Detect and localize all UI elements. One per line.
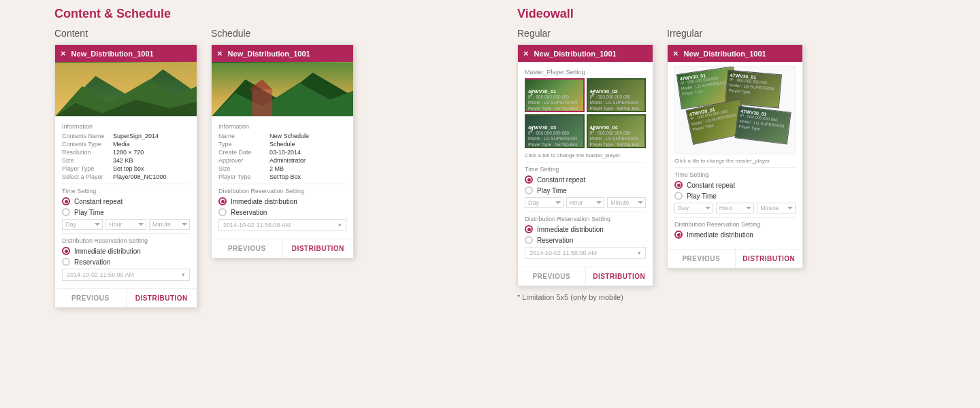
irregular-radio-constant[interactable]: Constant repeat: [674, 181, 796, 189]
regular-date-field[interactable]: 2014-10-02 11:56:00 AM ▾: [525, 247, 646, 259]
scattered-tile-4[interactable]: 47WV30_01 IP : 000.000.000.000Model : LG…: [734, 105, 791, 144]
info-player-type-schedule: Player Type SetTop Box: [218, 173, 346, 180]
player-tile-4-content: 4 47WV30_04 IP : 000.000.000.000Model : …: [590, 124, 643, 148]
irregular-radio-immediate-icon[interactable]: [674, 231, 683, 239]
schedule-modal-header: × New_Distribution_1001: [212, 45, 353, 62]
irregular-radio-immediate[interactable]: Immediate distribution: [674, 231, 796, 239]
irregular-radio-playtime[interactable]: Play Time: [674, 192, 796, 200]
regular-modal-title: New_Distribution_1001: [534, 50, 617, 58]
regular-radio-immediate-icon[interactable]: [525, 225, 533, 233]
regular-label: Regular: [517, 28, 653, 39]
info-name: Name New Schedule: [218, 133, 346, 139]
content-schedule-panels: Content × New_Distribution_1001: [54, 28, 490, 308]
irregular-day-select[interactable]: Day: [674, 203, 713, 214]
radio-playtime-icon[interactable]: [62, 208, 70, 216]
player-tile-3[interactable]: 3 47WV30_03 IP : 000.000.000.000Model : …: [525, 114, 585, 148]
irregular-hour-select[interactable]: Hour: [716, 203, 755, 214]
content-radio-immediate[interactable]: Immediate distribution: [62, 247, 190, 255]
regular-minute-select[interactable]: Minute: [607, 197, 646, 208]
regular-previous-button[interactable]: PREVIOUS: [518, 267, 586, 286]
schedule-radio-immediate-label: Immediate distribution: [231, 198, 297, 205]
regular-radio-playtime[interactable]: Play Time: [525, 186, 646, 194]
regular-close-icon[interactable]: ×: [523, 49, 529, 58]
svg-rect-7: [252, 89, 272, 116]
content-date-field[interactable]: 2014-10-02 11:56:00 AM ▾: [62, 269, 190, 281]
regular-radio-reservation-icon[interactable]: [525, 236, 533, 244]
irregular-modal-title: New_Distribution_1001: [684, 50, 766, 58]
schedule-date-value: 2014-10-02 11:56:00 AM: [223, 222, 291, 228]
divider-2: [62, 233, 190, 234]
schedule-distribution-button[interactable]: DISTRIBUTION: [283, 239, 354, 258]
irregular-dist-label: Distribution Reservation Setting: [674, 221, 796, 228]
schedule-date-field[interactable]: 2014-10-02 11:56:00 AM ▾: [218, 219, 346, 231]
irregular-distribution-button[interactable]: DISTRIBUTION: [736, 250, 803, 268]
schedule-divider-1: [218, 184, 346, 184]
schedule-radio-reservation-label: Reservation: [231, 209, 267, 216]
irregular-click-hint: Click a tile to change the master_player…: [674, 158, 796, 164]
regular-distribution-button[interactable]: DISTRIBUTION: [586, 267, 653, 286]
irregular-tiles-container: 47WV30_01 IP : 000.000.000.000Model : LG…: [674, 66, 796, 154]
content-radio-reservation[interactable]: Reservation: [62, 258, 190, 266]
content-date-value: 2014-10-02 11:56:00 AM: [67, 271, 134, 278]
content-close-icon[interactable]: ×: [61, 49, 66, 58]
irregular-minute-select[interactable]: Minute: [757, 203, 796, 214]
videowall-panels: Regular × New_Distribution_1001 Master_P…: [517, 28, 966, 301]
player-tile-2[interactable]: 2 47WV30_02 IP : 000.000.000.000Model : …: [587, 78, 647, 112]
regular-modal: × New_Distribution_1001 Master_Player Se…: [517, 44, 653, 286]
irregular-modal-footer: PREVIOUS DISTRIBUTION: [668, 249, 802, 268]
regular-radio-immediate[interactable]: Immediate distribution: [525, 225, 646, 233]
info-approver: Approver Administrator: [218, 157, 346, 164]
schedule-date-chevron: ▾: [338, 222, 342, 228]
irregular-radio-playtime-label: Play Time: [687, 192, 717, 200]
regular-radio-playtime-label: Play Time: [537, 187, 567, 194]
regular-player-grid: 1 47WV30_01 IP : 000.000.000.000Model : …: [525, 78, 646, 148]
radio-immediate-label: Immediate distribution: [74, 248, 141, 255]
info-player-type: Player Type Set top box: [62, 165, 190, 172]
regular-day-select[interactable]: Day: [525, 197, 564, 208]
irregular-previous-button[interactable]: PREVIOUS: [668, 250, 736, 268]
irregular-close-icon[interactable]: ×: [673, 49, 679, 58]
radio-immediate-icon[interactable]: [62, 247, 70, 255]
radio-reservation-icon[interactable]: [62, 258, 70, 266]
regular-divider-2: [525, 211, 646, 212]
schedule-previous-button[interactable]: PREVIOUS: [212, 239, 283, 258]
player-tile-4[interactable]: 4 47WV30_04 IP : 000.000.000.000Model : …: [587, 114, 647, 148]
regular-modal-footer: PREVIOUS DISTRIBUTION: [518, 267, 653, 286]
schedule-radio-reservation[interactable]: Reservation: [218, 208, 346, 216]
content-minute-select[interactable]: Minute: [149, 219, 190, 230]
schedule-radio-reservation-icon[interactable]: [218, 208, 227, 216]
player-tile-1[interactable]: 1 47WV30_01 IP : 000.000.000.000Model : …: [525, 78, 585, 112]
content-radio-playtime[interactable]: Play Time: [62, 208, 190, 216]
info-contents-type: Contents Type Media: [62, 141, 190, 148]
content-radio-constant[interactable]: Constant repeat: [62, 197, 190, 205]
content-distribution-button[interactable]: DISTRIBUTION: [127, 289, 197, 307]
irregular-radio-immediate-label: Immediate distribution: [687, 231, 753, 239]
content-hour-select[interactable]: Hour: [105, 219, 146, 230]
regular-radio-constant[interactable]: Constant repeat: [525, 175, 646, 184]
content-previous-button[interactable]: PREVIOUS: [55, 289, 127, 307]
content-day-select[interactable]: Day: [62, 219, 103, 230]
irregular-radio-constant-icon[interactable]: [674, 181, 683, 189]
content-modal-image: [55, 62, 197, 116]
schedule-radio-immediate[interactable]: Immediate distribution: [218, 197, 346, 205]
irregular-time-dropdowns: Day Hour Minute: [674, 203, 796, 214]
irregular-radio-playtime-icon[interactable]: [674, 192, 683, 200]
videowall-title: Videowall: [517, 7, 966, 21]
regular-hour-select[interactable]: Hour: [566, 197, 605, 208]
content-modal-header: × New_Distribution_1001: [55, 45, 197, 62]
regular-radio-playtime-icon[interactable]: [525, 186, 533, 194]
radio-constant-icon[interactable]: [62, 197, 70, 205]
regular-click-hint: Click a tile to change the master_player…: [525, 152, 646, 158]
player-tile-3-content: 3 47WV30_03 IP : 000.000.000.000Model : …: [528, 124, 581, 148]
content-info-label: Information: [62, 123, 190, 130]
schedule-radio-immediate-icon[interactable]: [218, 197, 227, 205]
content-label: Content: [54, 28, 197, 39]
regular-date-chevron: ▾: [638, 250, 641, 256]
regular-modal-header: × New_Distribution_1001: [518, 45, 653, 62]
right-section: Videowall Regular × New_Distribution_100…: [517, 7, 966, 308]
regular-modal-body: Master_Player Setting 1 47WV30_01 IP : 0…: [518, 62, 653, 263]
regular-radio-reservation[interactable]: Reservation: [525, 236, 646, 244]
schedule-close-icon[interactable]: ×: [217, 49, 223, 58]
regular-radio-constant-icon[interactable]: [525, 175, 533, 184]
main-container: Content & Schedule Content × New_Distrib…: [0, 0, 980, 315]
